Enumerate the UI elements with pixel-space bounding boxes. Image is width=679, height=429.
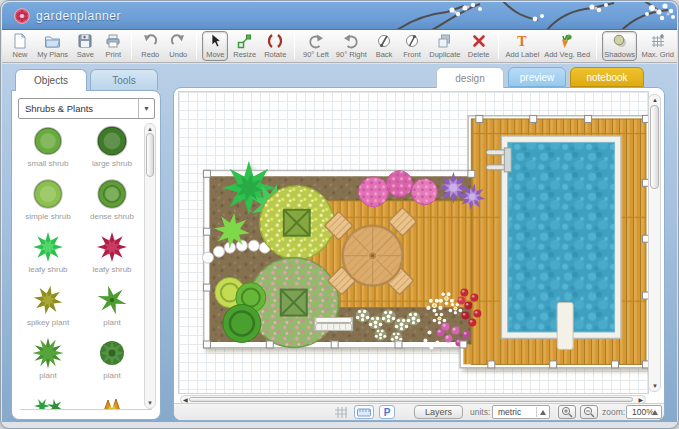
scroll-down-icon[interactable]: ▼ (145, 400, 155, 406)
plant-item-small-shrub[interactable]: small shrub (16, 123, 80, 175)
layers-button[interactable]: Layers (414, 405, 463, 419)
tab-design[interactable]: design (436, 67, 504, 88)
button-label: Add Label (506, 50, 540, 59)
plant-label: dense shrub (80, 212, 144, 221)
redo-icon (142, 33, 158, 49)
plant-item-dense-shrub[interactable]: dense shrub (80, 176, 144, 228)
white-bench[interactable] (315, 318, 353, 331)
vertical-scroll-thumb[interactable] (650, 105, 659, 189)
rotate-icon (267, 33, 283, 49)
button-label: Back (376, 50, 393, 59)
gardenplanner-window: gardenplanner New My Plans Save Print Re… (0, 0, 679, 429)
rotate-button[interactable]: Rotate (261, 31, 289, 61)
rotate-90-left-button[interactable]: 90° Left (300, 31, 331, 61)
plant-item-partial-1[interactable] (16, 388, 80, 409)
button-label: Move (206, 50, 224, 59)
zoom-out-button[interactable] (580, 405, 598, 419)
zoom-value: 100% (632, 407, 654, 417)
tab-notebook[interactable]: notebook (570, 67, 644, 87)
delete-x-icon (471, 33, 487, 49)
scroll-down-icon[interactable]: ▼ (652, 383, 658, 389)
resize-button[interactable]: Resize (230, 31, 259, 61)
tab-tools[interactable]: Tools (90, 69, 158, 90)
plant-label: small shrub (16, 159, 80, 168)
carrot-icon (559, 33, 575, 49)
leafy-shrub-green-icon (16, 229, 80, 263)
tab-objects[interactable]: Objects (15, 69, 87, 91)
text-label-icon: T (514, 33, 530, 49)
ruler-toggle-button[interactable] (354, 405, 374, 419)
bring-front-button[interactable]: Front (399, 31, 425, 61)
plant-label: simple shrub (16, 212, 80, 221)
max-grid-button[interactable]: Max. Grid (639, 31, 676, 61)
plant-item-plant-2[interactable]: plant (16, 335, 80, 387)
shadows-button[interactable]: Shadows (602, 31, 637, 61)
scroll-up-icon[interactable]: ▲ (145, 126, 155, 132)
ruler-icon (357, 408, 371, 417)
small-grid-toggle[interactable] (332, 405, 349, 419)
toolbar-separator (294, 33, 295, 59)
select-divider (536, 407, 537, 417)
plant-item-simple-shrub[interactable]: simple shrub (16, 176, 80, 228)
dropdown-arrow-icon: ▼ (138, 99, 154, 118)
button-label: Rotate (264, 50, 286, 59)
new-document-icon (12, 33, 28, 49)
resize-icon (237, 33, 253, 49)
tab-preview[interactable]: preview (508, 67, 566, 87)
yellow-tree[interactable] (260, 186, 334, 260)
category-dropdown[interactable]: Shrubs & Plants ▼ (18, 98, 155, 119)
objects-panel: Shrubs & Plants ▼ small shrub large shru… (11, 90, 161, 420)
move-button[interactable]: Move (202, 31, 228, 61)
delete-button[interactable]: Delete (465, 31, 493, 61)
printer-icon (105, 33, 121, 49)
plant-item-large-shrub[interactable]: large shrub (80, 123, 144, 175)
design-canvas[interactable] (178, 91, 649, 394)
plant-item-leafy-shrub-red[interactable]: leafy shrub (80, 229, 144, 281)
duplicate-icon (437, 33, 453, 49)
button-label: Front (403, 50, 421, 59)
horizontal-scroll-thumb[interactable] (189, 397, 633, 402)
redo-button[interactable]: Redo (137, 31, 163, 61)
folder-icon (44, 33, 61, 49)
layers-button-label: Layers (425, 407, 452, 417)
print-button[interactable]: Print (100, 31, 126, 61)
plant-item-partial-2[interactable] (80, 388, 144, 409)
rotate-90-right-button[interactable]: 90° Right (334, 31, 369, 61)
bring-front-icon (404, 33, 420, 49)
button-label: Redo (141, 50, 159, 59)
pool-step[interactable] (557, 303, 573, 350)
units-select[interactable]: metric (492, 405, 550, 419)
send-back-button[interactable]: Back (371, 31, 397, 61)
canvas-statusbar: P Layers units: metric (174, 403, 664, 420)
rotate-left-icon (308, 33, 324, 49)
round-table (343, 226, 403, 286)
plant-item-plant-3[interactable]: plant (80, 335, 144, 387)
undo-button[interactable]: Undo (165, 31, 191, 61)
button-label: 90° Right (336, 50, 367, 59)
sidebar-scrollbar[interactable]: ▲ ▼ (144, 123, 156, 409)
duplicate-button[interactable]: Duplicate (427, 31, 463, 61)
canvas-vertical-scrollbar[interactable]: ▲ ▼ (648, 94, 661, 392)
zoom-select[interactable]: 100% (626, 405, 662, 419)
add-veg-bed-button[interactable]: Add Veg. Bed (543, 31, 591, 61)
new-button[interactable]: New (7, 31, 33, 61)
garden-plan[interactable] (179, 92, 648, 393)
sidebar-scroll-thumb[interactable] (146, 133, 154, 177)
save-button[interactable]: Save (72, 31, 98, 61)
p-toggle-button[interactable]: P (379, 405, 395, 419)
zoom-in-button[interactable] (558, 405, 576, 419)
cursor-arrow-icon (207, 33, 223, 49)
my-plans-button[interactable]: My Plans (35, 31, 70, 61)
content-area: Objects Tools Shrubs & Plants ▼ small sh… (2, 64, 677, 422)
button-label: 90° Left (303, 50, 329, 59)
swimming-pool[interactable] (486, 136, 621, 350)
titlebar[interactable]: gardenplanner (2, 2, 677, 30)
shadow-circle-icon (612, 33, 628, 49)
plant-item-plant-1[interactable]: plant (80, 282, 144, 334)
scroll-up-icon[interactable]: ▲ (652, 97, 658, 103)
add-label-button[interactable]: T Add Label (504, 31, 542, 61)
plant-item-spikey-plant[interactable]: spikey plant (16, 282, 80, 334)
toolbar-separator (196, 33, 197, 59)
button-label: Delete (468, 50, 490, 59)
plant-item-leafy-shrub-green[interactable]: leafy shrub (16, 229, 80, 281)
